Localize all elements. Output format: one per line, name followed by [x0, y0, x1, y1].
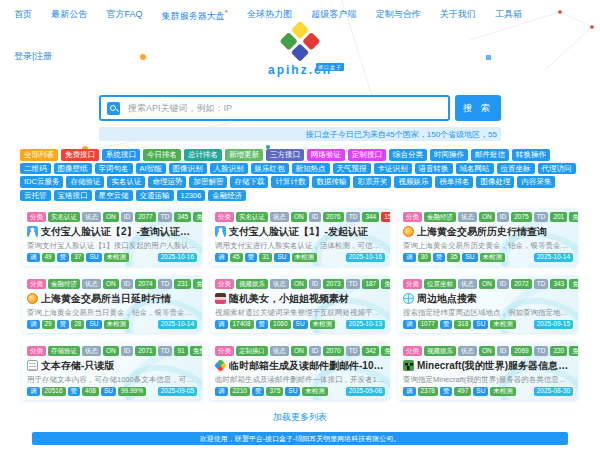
filter-tag[interactable]: 内容采集	[517, 176, 555, 188]
filter-tag[interactable]: 彩票开奖	[353, 176, 391, 188]
calls-label: 调	[215, 320, 228, 330]
status-value: ON	[291, 212, 307, 222]
filter-tag[interactable]: 娱乐红包	[251, 163, 289, 175]
filter-tag[interactable]: 新增更新	[225, 149, 263, 161]
filter-tag[interactable]: 12306	[177, 190, 206, 202]
filter-tag[interactable]: 时间操作	[430, 149, 468, 161]
api-title[interactable]: 上海黄金交易所当日延时行情	[41, 292, 171, 306]
api-title[interactable]: 上海黄金交易所历史行情查询	[417, 225, 547, 239]
api-title[interactable]: 临时邮箱生成及读邮件删邮件-100...	[229, 359, 385, 373]
filter-tag[interactable]: 转换操作	[512, 149, 550, 161]
update-date: 2025-10-14	[534, 253, 573, 263]
filter-tag[interactable]: 三方接口	[266, 149, 304, 161]
api-card[interactable]: 分类 位置坐标 状态 ON ID 2072 TD 343 免费 周边地点搜索 搜…	[398, 275, 578, 333]
api-description: 查询指定Minecraft(我的世界)服务器的各类信息，接口...	[403, 375, 573, 385]
api-card[interactable]: 分类 金融经济 状态 ON ID 2075 TD 201 免费 上海黄金交易所历…	[398, 208, 578, 266]
api-card[interactable]: 分类 定制接口 状态 ON ID 2070 TD 342 免费 临时邮箱生成及读…	[210, 342, 390, 400]
filter-tag[interactable]: 图像识别	[169, 163, 207, 175]
filter-tag[interactable]: 视频娱乐	[394, 176, 432, 188]
su-label: SU	[86, 320, 101, 330]
filter-tag[interactable]: 全部列表	[20, 149, 58, 161]
nav-item[interactable]: 全球热力图	[247, 8, 292, 21]
api-title[interactable]: 支付宝人脸认证【1】-发起认证	[229, 225, 368, 239]
filter-tag[interactable]: 代理访问	[538, 163, 576, 175]
update-date: 2025-10-13	[346, 320, 385, 330]
login-register-link[interactable]: 登录|注册	[14, 50, 52, 63]
filter-tag[interactable]: 宝塔接口	[54, 190, 92, 202]
filter-tag[interactable]: 金融经济	[208, 190, 246, 202]
filter-tag[interactable]: 人脸识别	[210, 163, 248, 175]
filter-tag[interactable]: 综合分类	[389, 149, 427, 161]
filter-tag[interactable]: 卡证识别	[374, 163, 412, 175]
filter-tag[interactable]: 网络验证	[307, 149, 345, 161]
filter-tag[interactable]: 域名网站	[456, 163, 494, 175]
search-button[interactable]: 搜 索	[455, 95, 501, 121]
search-input[interactable]	[126, 102, 442, 114]
nav-item[interactable]: 定制与合作	[375, 8, 420, 21]
girl-avatar-icon	[215, 293, 226, 304]
api-title[interactable]: 随机美女，小姐姐视频素材	[229, 292, 349, 306]
filter-tag[interactable]: 图像处理	[476, 176, 514, 188]
filter-tag[interactable]: 实名认证	[107, 176, 145, 188]
api-title[interactable]: Minecraft(我的世界)服务器信息查询	[417, 359, 573, 373]
api-title[interactable]: 文本存储-只读版	[41, 359, 114, 373]
filter-tag[interactable]: 交通运输	[136, 190, 174, 202]
api-description: 查询上海黄金交易所历史黄金，铂金，银等贵金属交易...	[403, 241, 573, 251]
nav-item[interactable]: 首页	[14, 8, 32, 21]
filter-tag[interactable]: 定制接口	[348, 149, 386, 161]
api-title[interactable]: 支付宝人脸认证【2】-查询认证结果	[41, 225, 197, 239]
filter-tag[interactable]: 榜单排名	[435, 176, 473, 188]
nav-item[interactable]: 工具箱	[495, 8, 522, 21]
filter-tag[interactable]: 系统接口	[102, 149, 140, 161]
nav-item[interactable]: 集群服务器大盘*	[162, 8, 228, 23]
filter-tag[interactable]: 位置坐标	[497, 163, 535, 175]
filter-tag[interactable]: 数据传输	[312, 176, 350, 188]
filter-tag[interactable]: 加密解密	[189, 176, 227, 188]
filter-tag[interactable]: 字词句名	[95, 163, 133, 175]
api-card[interactable]: 分类 视频娱乐 状态 ON ID 2069 TD 220 免费 Minecraf…	[398, 342, 578, 400]
filter-tag[interactable]: 存储下载	[230, 176, 268, 188]
filter-tag[interactable]: IDC云服务	[20, 176, 63, 188]
filter-tag[interactable]: AI智能	[136, 163, 166, 175]
id-label: ID	[497, 279, 510, 289]
filter-tag[interactable]: 免费接口	[61, 149, 99, 161]
nav-item[interactable]: 最新公告	[51, 8, 87, 21]
likes-label: 赞	[252, 387, 265, 397]
load-more-link[interactable]: 加载更多列表	[0, 411, 600, 424]
api-card[interactable]: 分类 实名认证 状态 ON ID 2076 TD 344 1500需点 支付宝人…	[210, 208, 390, 266]
status-value: ON	[103, 346, 119, 356]
filter-tag[interactable]: 今日排名	[143, 149, 181, 161]
filter-tag[interactable]: 天气预报	[333, 163, 371, 175]
filter-tag[interactable]: 云托管	[20, 190, 51, 202]
api-card[interactable]: 分类 存储验证 状态 ON ID 2071 TD 91 免费 文本存储-只读版 …	[22, 342, 202, 400]
filter-tag[interactable]: 图像壁纸	[54, 163, 92, 175]
id-value: 2076	[323, 212, 343, 222]
filter-tag[interactable]: 语音转换	[415, 163, 453, 175]
search-box[interactable]	[99, 95, 450, 121]
su-label: SU	[86, 253, 101, 263]
filter-tag[interactable]: 新知热点	[292, 163, 330, 175]
filter-tag[interactable]: 星空云储	[95, 190, 133, 202]
calls-label: 调	[27, 253, 40, 263]
price-badge: 1500需点	[381, 212, 390, 222]
category-value: 实名认证	[236, 212, 268, 222]
likes-value: 28	[71, 320, 84, 330]
api-title[interactable]: 周边地点搜索	[417, 292, 477, 306]
nav-item[interactable]: 关于我们	[440, 8, 476, 21]
nav-item[interactable]: 超级客户端	[311, 8, 356, 21]
filter-tag[interactable]: 二维码	[20, 163, 51, 175]
filter-tag[interactable]: 命理运势	[148, 176, 186, 188]
filter-tag[interactable]: 计算计数	[271, 176, 309, 188]
site-logo[interactable]: 接口盒子 apihz.cn	[230, 27, 370, 87]
welcome-text: 欢迎使用，联盟平台-接口盒子-绵阳耳关明显网络科技有限公司。	[200, 434, 401, 444]
status-label: 状态	[82, 279, 101, 289]
price-badge: 免费	[569, 346, 578, 356]
globe-icon	[403, 293, 414, 304]
api-card[interactable]: 分类 金融经济 状态 ON ID 2074 TD 231 免费 上海黄金交易所当…	[22, 275, 202, 333]
nav-item[interactable]: 官方FAQ	[106, 8, 142, 21]
filter-tag[interactable]: 邮件短信	[471, 149, 509, 161]
api-card[interactable]: 分类 实名认证 状态 ON ID 2077 TD 345 免费 支付宝人脸认证【…	[22, 208, 202, 266]
filter-tag[interactable]: 存储验证	[66, 176, 104, 188]
filter-tag[interactable]: 总计排名	[184, 149, 222, 161]
api-card[interactable]: 分类 视频娱乐 状态 ON ID 2073 TD 187 免费 随机美女，小姐姐…	[210, 275, 390, 333]
